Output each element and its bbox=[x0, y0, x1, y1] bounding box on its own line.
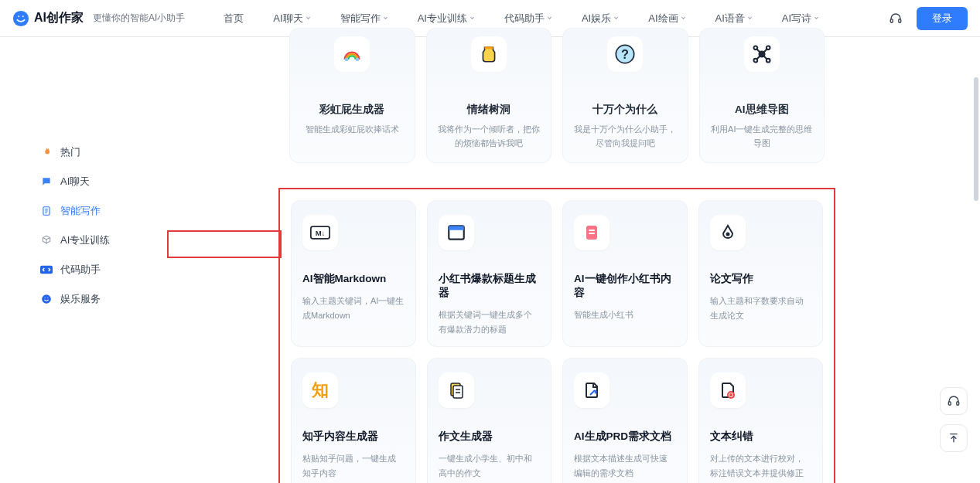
card-desc: 根据关键词一键生成多个有爆款潜力的标题 bbox=[439, 308, 541, 336]
mindmap-icon bbox=[744, 36, 780, 72]
markdown-icon: M↓ bbox=[302, 215, 338, 250]
svg-point-5 bbox=[42, 294, 51, 304]
writing-grid: M↓ AI智能Markdown 输入主题关键词，AI一键生成Markdown 小… bbox=[280, 189, 834, 483]
note-icon bbox=[574, 215, 610, 250]
chevron-down-icon bbox=[814, 15, 819, 21]
card-title: 十万个为什么 bbox=[574, 103, 677, 117]
back-to-top-button[interactable] bbox=[940, 424, 968, 452]
card-treehole[interactable]: 情绪树洞 我将作为一个倾听者，把你的烦恼都告诉我吧 bbox=[426, 28, 552, 163]
support-icon[interactable] bbox=[889, 12, 903, 26]
zhihu-icon: 知 bbox=[302, 372, 338, 408]
sidebar-item-train[interactable]: AI专业训练 bbox=[31, 226, 147, 255]
card-title: AI一键创作小红书内容 bbox=[574, 272, 676, 300]
card-title: 作文生成器 bbox=[439, 430, 541, 444]
sidebar-item-label: AI聊天 bbox=[60, 175, 90, 189]
sidebar-highlight-box bbox=[167, 230, 282, 258]
code-icon bbox=[40, 264, 53, 276]
card-desc: 智能生成小红书 bbox=[574, 308, 676, 322]
sidebar-item-label: 代码助手 bbox=[60, 263, 101, 277]
brand-name: AI创作家 bbox=[34, 10, 84, 26]
nav-chat[interactable]: AI聊天 bbox=[259, 7, 324, 30]
smile-icon bbox=[40, 293, 53, 305]
sidebar-item-chat[interactable]: AI聊天 bbox=[31, 167, 147, 196]
card-rainbow[interactable]: 彩虹屁生成器 智能生成彩虹屁吹捧话术 bbox=[289, 28, 415, 163]
card-desc: 利用AI一键生成完整的思维导图 bbox=[711, 123, 814, 150]
svg-point-0 bbox=[13, 10, 29, 26]
card-correct[interactable]: 文本纠错 对上传的文本进行校对，标注错误文本并提供修正意见 bbox=[698, 358, 824, 483]
chevron-down-icon bbox=[547, 15, 552, 21]
sidebar-item-label: 热门 bbox=[60, 145, 80, 159]
card-title: 知乎内容生成器 bbox=[302, 430, 405, 444]
nav-paint[interactable]: AI绘画 bbox=[634, 7, 699, 30]
card-title: AI智能Markdown bbox=[302, 272, 405, 286]
card-desc: 一键生成小学生、初中和高中的作文 bbox=[439, 451, 541, 480]
card-title: AI生成PRD需求文档 bbox=[574, 430, 676, 444]
svg-rect-2 bbox=[899, 19, 901, 22]
card-title: 小红书爆款标题生成器 bbox=[439, 272, 541, 300]
logo-icon bbox=[12, 10, 29, 27]
login-button[interactable]: 登录 bbox=[917, 7, 968, 30]
svg-rect-19 bbox=[449, 226, 464, 230]
card-paper[interactable]: 论文写作 输入主题和字数要求自动生成论文 bbox=[698, 200, 824, 347]
svg-rect-8 bbox=[484, 46, 493, 49]
nav-entertain[interactable]: AI娱乐 bbox=[568, 7, 633, 30]
nav-writing[interactable]: 智能写作 bbox=[326, 7, 402, 30]
svg-point-21 bbox=[726, 233, 729, 236]
svg-point-6 bbox=[345, 58, 349, 62]
card-desc: 我是十万个为什么小助手，尽管向我提问吧 bbox=[574, 123, 677, 150]
card-desc: 输入主题关键词，AI一键生成Markdown bbox=[302, 294, 405, 322]
scrollbar-thumb[interactable] bbox=[974, 77, 978, 201]
sidebar-item-entertain[interactable]: 娱乐服务 bbox=[31, 284, 147, 314]
nav-train[interactable]: AI专业训练 bbox=[404, 7, 489, 30]
rainbow-icon bbox=[334, 36, 370, 72]
card-title: 论文写作 bbox=[710, 272, 812, 286]
sidebar-item-writing[interactable]: 智能写作 bbox=[31, 196, 147, 226]
card-desc: 根据文本描述生成可快速编辑的需求文档 bbox=[574, 451, 676, 480]
prd-icon bbox=[574, 372, 610, 408]
fire-icon bbox=[40, 146, 53, 158]
pen-icon bbox=[710, 215, 746, 250]
svg-rect-1 bbox=[890, 19, 893, 22]
card-xhs-title[interactable]: 小红书爆款标题生成器 根据关键词一键生成多个有爆款潜力的标题 bbox=[427, 200, 552, 347]
card-prd[interactable]: AI生成PRD需求文档 根据文本描述生成可快速编辑的需求文档 bbox=[562, 358, 688, 483]
top-cards-row: 彩虹屁生成器 智能生成彩虹屁吹捧话术 情绪树洞 我将作为一个倾听者，把你的烦恼都… bbox=[278, 28, 835, 163]
card-why[interactable]: ? 十万个为什么 我是十万个为什么小助手，尽管向我提问吧 bbox=[562, 28, 688, 163]
support-float-button[interactable] bbox=[940, 387, 968, 415]
card-mindmap[interactable]: AI思维导图 利用AI一键生成完整的思维导图 bbox=[699, 28, 825, 163]
svg-point-7 bbox=[356, 58, 360, 62]
tagline: 更懂你的智能AI小助手 bbox=[93, 12, 185, 25]
chevron-down-icon bbox=[747, 15, 753, 21]
nav-voice[interactable]: AI语音 bbox=[702, 7, 767, 30]
svg-rect-23 bbox=[453, 386, 463, 398]
float-actions bbox=[940, 387, 968, 452]
window-icon bbox=[439, 215, 474, 250]
chevron-down-icon bbox=[681, 15, 686, 21]
card-title: 情绪树洞 bbox=[438, 103, 541, 117]
sidebar: 热门 AI聊天 智能写作 AI专业训练 代码助手 娱乐服务 bbox=[0, 37, 155, 483]
nav-home[interactable]: 首页 bbox=[210, 7, 258, 30]
doc-icon bbox=[40, 205, 53, 217]
nav-poem[interactable]: AI写诗 bbox=[768, 7, 833, 30]
card-desc: 对上传的文本进行校对，标注错误文本并提供修正意见 bbox=[710, 451, 812, 483]
sidebar-item-code[interactable]: 代码助手 bbox=[31, 255, 147, 284]
sidebar-item-label: AI专业训练 bbox=[60, 233, 110, 247]
writing-section-highlight: M↓ AI智能Markdown 输入主题关键词，AI一键生成Markdown 小… bbox=[278, 188, 835, 483]
card-markdown[interactable]: M↓ AI智能Markdown 输入主题关键词，AI一键生成Markdown bbox=[291, 200, 416, 347]
svg-text:M↓: M↓ bbox=[316, 229, 326, 237]
jar-icon bbox=[471, 36, 507, 72]
card-xhs-content[interactable]: AI一键创作小红书内容 智能生成小红书 bbox=[562, 200, 688, 347]
card-desc: 粘贴知乎问题，一键生成知乎内容 bbox=[302, 451, 405, 480]
cube-icon bbox=[40, 234, 53, 247]
nav-code[interactable]: 代码助手 bbox=[490, 7, 566, 30]
chevron-down-icon bbox=[470, 15, 475, 21]
sidebar-item-hot[interactable]: 热门 bbox=[31, 138, 147, 167]
logo[interactable]: AI创作家 bbox=[12, 10, 84, 27]
card-essay[interactable]: 作文生成器 一键生成小学生、初中和高中的作文 bbox=[427, 358, 552, 483]
card-desc: 我将作为一个倾听者，把你的烦恼都告诉我吧 bbox=[438, 123, 541, 150]
svg-rect-25 bbox=[948, 402, 951, 406]
sidebar-item-label: 智能写作 bbox=[60, 204, 101, 218]
chevron-down-icon bbox=[306, 15, 311, 21]
card-desc: 智能生成彩虹屁吹捧话术 bbox=[301, 123, 404, 137]
card-title: AI思维导图 bbox=[711, 103, 814, 117]
card-zhihu[interactable]: 知 知乎内容生成器 粘贴知乎问题，一键生成知乎内容 bbox=[291, 358, 416, 483]
